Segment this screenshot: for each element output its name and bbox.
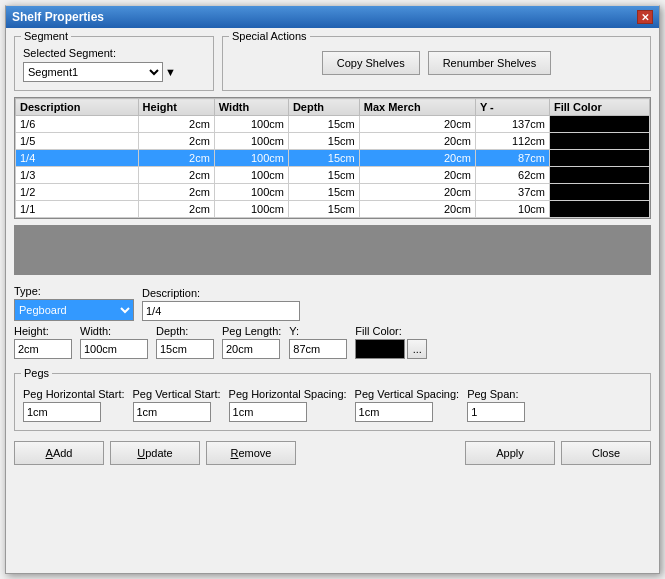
col-depth: Depth [288,99,359,116]
width-label: Width: [80,325,148,337]
table-row[interactable]: 1/52cm100cm15cm20cm112cm [16,133,650,150]
fill-color-field-group: Fill Color: ... [355,325,427,359]
update-label-rest: pdate [145,447,173,459]
fill-color-cell [550,133,650,150]
table-cell: 2cm [138,167,214,184]
special-actions-group: Special Actions Copy Shelves Renumber Sh… [222,36,651,91]
peg-v-spacing-group: Peg Vertical Spacing: [355,388,460,422]
title-bar: Shelf Properties ✕ [6,6,659,28]
shelf-table-container: Description Height Width Depth Max Merch… [14,97,651,219]
peg-v-spacing-label: Peg Vertical Spacing: [355,388,460,400]
fill-color-swatch[interactable] [355,339,405,359]
y-field-group: Y: [289,325,347,359]
bottom-left-buttons: AAdd Update Remove [14,441,296,465]
segment-group-label: Segment [21,30,71,42]
peg-v-start-label: Peg Vertical Start: [133,388,221,400]
peg-v-start-input[interactable] [133,402,211,422]
form-section: Type: Pegboard Shelf Basket Description:… [14,281,651,367]
width-input[interactable] [80,339,148,359]
table-cell: 100cm [214,167,288,184]
close-button[interactable]: Close [561,441,651,465]
peg-h-start-group: Peg Horizontal Start: [23,388,125,422]
peg-span-label: Peg Span: [467,388,525,400]
bottom-buttons: AAdd Update Remove Apply Close [14,437,651,465]
width-field-group: Width: [80,325,148,359]
description-input[interactable] [142,301,300,321]
table-cell: 20cm [359,116,475,133]
col-height: Height [138,99,214,116]
segment-select-row: Segment1 Segment2 ▼ [23,62,205,82]
add-label-rest: Add [53,447,73,459]
peg-h-start-label: Peg Horizontal Start: [23,388,125,400]
gray-area [14,225,651,275]
window-title: Shelf Properties [12,10,104,24]
peg-h-start-input[interactable] [23,402,101,422]
segment-dropdown-icon: ▼ [165,66,176,78]
peg-v-start-group: Peg Vertical Start: [133,388,221,422]
shelf-table-body: 1/62cm100cm15cm20cm137cm1/52cm100cm15cm2… [16,116,650,218]
remove-button[interactable]: Remove [206,441,296,465]
depth-field-group: Depth: [156,325,214,359]
table-row[interactable]: 1/22cm100cm15cm20cm37cm [16,184,650,201]
table-cell: 87cm [475,150,549,167]
fill-color-cell [550,116,650,133]
segment-group: Segment Selected Segment: Segment1 Segme… [14,36,214,91]
selected-segment-label: Selected Segment: [23,47,205,59]
table-cell: 1/2 [16,184,139,201]
update-button[interactable]: Update [110,441,200,465]
height-input[interactable] [14,339,72,359]
peg-h-spacing-input[interactable] [229,402,307,422]
fill-color-cell [550,184,650,201]
segment-select[interactable]: Segment1 Segment2 [23,62,163,82]
pegs-group-label: Pegs [21,367,52,379]
table-row[interactable]: 1/12cm100cm15cm20cm10cm [16,201,650,218]
table-row[interactable]: 1/62cm100cm15cm20cm137cm [16,116,650,133]
peg-length-input[interactable] [222,339,280,359]
type-field-group: Type: Pegboard Shelf Basket [14,285,134,321]
peg-length-field-group: Peg Length: [222,325,281,359]
type-label: Type: [14,285,134,297]
special-actions-label: Special Actions [229,30,310,42]
fill-color-browse-button[interactable]: ... [407,339,427,359]
close-icon[interactable]: ✕ [637,10,653,24]
depth-input[interactable] [156,339,214,359]
table-cell: 112cm [475,133,549,150]
height-label: Height: [14,325,72,337]
height-field-group: Height: [14,325,72,359]
table-cell: 15cm [288,150,359,167]
add-button[interactable]: AAdd [14,441,104,465]
fill-color-label: Fill Color: [355,325,427,337]
table-cell: 10cm [475,201,549,218]
table-cell: 2cm [138,133,214,150]
table-cell: 1/6 [16,116,139,133]
renumber-shelves-button[interactable]: Renumber Shelves [428,51,552,75]
col-fill-color: Fill Color [550,99,650,116]
table-cell: 100cm [214,150,288,167]
table-cell: 100cm [214,184,288,201]
table-cell: 100cm [214,133,288,150]
type-select[interactable]: Pegboard Shelf Basket [14,299,134,321]
table-cell: 15cm [288,116,359,133]
table-cell: 15cm [288,184,359,201]
table-cell: 2cm [138,150,214,167]
y-input[interactable] [289,339,347,359]
col-width: Width [214,99,288,116]
table-cell: 100cm [214,201,288,218]
peg-v-spacing-input[interactable] [355,402,433,422]
table-row[interactable]: 1/42cm100cm15cm20cm87cm [16,150,650,167]
table-row[interactable]: 1/32cm100cm15cm20cm62cm [16,167,650,184]
copy-shelves-button[interactable]: Copy Shelves [322,51,420,75]
table-cell: 15cm [288,167,359,184]
table-cell: 37cm [475,184,549,201]
peg-length-label: Peg Length: [222,325,281,337]
table-cell: 1/5 [16,133,139,150]
apply-button[interactable]: Apply [465,441,555,465]
table-cell: 100cm [214,116,288,133]
special-actions-buttons: Copy Shelves Renumber Shelves [231,51,642,75]
table-cell: 137cm [475,116,549,133]
peg-span-input[interactable] [467,402,525,422]
table-cell: 20cm [359,184,475,201]
remove-label-rest: emove [238,447,271,459]
dimensions-row: Height: Width: Depth: Peg Length: Y: [14,325,651,359]
pegs-row: Peg Horizontal Start: Peg Vertical Start… [23,388,642,422]
